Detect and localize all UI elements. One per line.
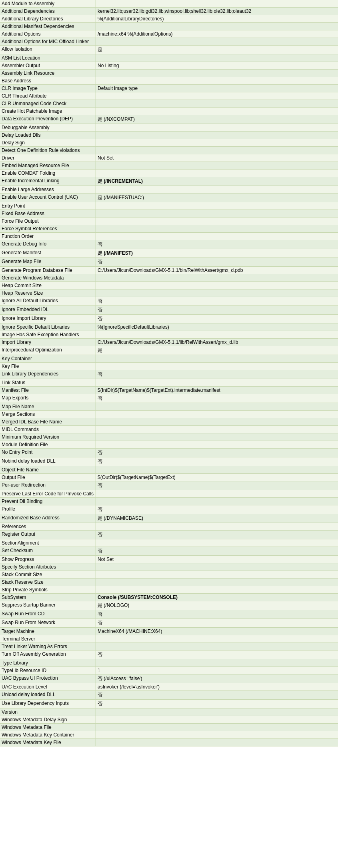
table-row[interactable]: Output File$(OutDir)$(TargetName)$(Targe… xyxy=(0,474,338,481)
table-row[interactable]: Additional Dependencieskernel32.lib;user… xyxy=(0,8,338,15)
table-row[interactable]: SubSystemConsole (/SUBSYSTEM:CONSOLE) xyxy=(0,594,338,601)
table-row[interactable]: Link Library Dependencies否 xyxy=(0,370,338,379)
table-row[interactable]: Generate Manifest是 (/MANIFEST) xyxy=(0,249,338,258)
table-row[interactable]: Heap Reserve Size xyxy=(0,289,338,297)
property-name: UAC Bypass UI Protection xyxy=(0,674,96,683)
table-row[interactable]: Minimum Required Version xyxy=(0,433,338,441)
table-row[interactable]: Force Symbol References xyxy=(0,225,338,233)
table-row[interactable]: Prevent Dll Binding xyxy=(0,498,338,505)
table-row[interactable]: Embed Managed Resource File xyxy=(0,162,338,170)
table-row[interactable]: Type Library xyxy=(0,659,338,667)
table-row[interactable]: Map File Name xyxy=(0,403,338,411)
table-row[interactable]: Ignore All Default Libraries否 xyxy=(0,297,338,306)
table-row[interactable]: MIDL Commands xyxy=(0,426,338,433)
table-row[interactable]: Link Status xyxy=(0,379,338,387)
table-row[interactable]: Nobind delay loaded DLL否 xyxy=(0,457,338,466)
table-row[interactable]: SectionAlignment xyxy=(0,539,338,547)
table-row[interactable]: Ignore Embedded IDL否 xyxy=(0,306,338,315)
table-row[interactable]: Module Definition File xyxy=(0,441,338,449)
table-row[interactable]: UAC Bypass UI Protection否 (/uiAccess='fa… xyxy=(0,674,338,683)
table-row[interactable]: Fixed Base Address xyxy=(0,210,338,217)
table-row[interactable]: Unload delay loaded DLL否 xyxy=(0,691,338,700)
table-row[interactable]: Manifest File$(IntDir)$(TargetName)$(Tar… xyxy=(0,387,338,394)
table-row[interactable]: Treat Linker Warning As Errors xyxy=(0,643,338,651)
table-row[interactable]: Base Address xyxy=(0,77,338,85)
table-row[interactable]: Strip Private Symbols xyxy=(0,586,338,594)
table-row[interactable]: Swap Run From Network否 xyxy=(0,619,338,628)
table-row[interactable]: Add Module to Assembly xyxy=(0,0,338,8)
table-row[interactable]: Show ProgressNot Set xyxy=(0,556,338,563)
table-row[interactable]: Interprocedural Optimization是 xyxy=(0,346,338,355)
table-row[interactable]: Entry Point xyxy=(0,202,338,210)
table-row[interactable]: Register Output否 xyxy=(0,531,338,539)
table-row[interactable]: Assembly Link Resource xyxy=(0,70,338,77)
table-row[interactable]: Generate Windows Metadata xyxy=(0,274,338,282)
table-row[interactable]: Enable Incremental Linking是 (/INCREMENTA… xyxy=(0,177,338,186)
table-row[interactable]: Allow Isolation是 xyxy=(0,46,338,54)
table-row[interactable]: UAC Execution LevelasInvoker (/level='as… xyxy=(0,683,338,691)
property-value xyxy=(96,379,338,386)
table-row[interactable]: Image Has Safe Exception Handlers xyxy=(0,331,338,339)
table-row[interactable]: Stack Commit Size xyxy=(0,571,338,579)
table-row[interactable]: Key Container xyxy=(0,355,338,363)
table-row[interactable]: Delay Loaded Dlls xyxy=(0,132,338,139)
table-row[interactable]: Function Order xyxy=(0,233,338,240)
table-row[interactable]: Set Checksum否 xyxy=(0,547,338,556)
table-row[interactable]: Create Hot Patchable Image xyxy=(0,108,338,115)
table-row[interactable]: Enable COMDAT Folding xyxy=(0,170,338,177)
table-row[interactable]: Assembler OutputNo Listing xyxy=(0,62,338,70)
table-row[interactable]: CLR Unmanaged Code Check xyxy=(0,100,338,108)
table-row[interactable]: Additional Manifest Dependencies xyxy=(0,23,338,30)
property-name: UAC Execution Level xyxy=(0,683,96,690)
table-row[interactable]: Use Library Dependency Inputs否 xyxy=(0,700,338,708)
table-row[interactable]: Ignore Import Library否 xyxy=(0,315,338,323)
property-value xyxy=(96,724,338,731)
table-row[interactable]: TypeLib Resource ID1 xyxy=(0,667,338,674)
table-row[interactable]: Merged IDL Base File Name xyxy=(0,418,338,426)
table-row[interactable]: Turn Off Assembly Generation否 xyxy=(0,651,338,659)
table-row[interactable]: Additional Options/machine:x64 %(Additio… xyxy=(0,30,338,38)
table-row[interactable]: Specify Section Attributes xyxy=(0,563,338,571)
table-row[interactable]: Additional Library Directories%(Addition… xyxy=(0,15,338,23)
table-row[interactable]: Import LibraryC:/Users/Jicun/Downloads/G… xyxy=(0,339,338,346)
table-row[interactable]: Version xyxy=(0,708,338,716)
table-row[interactable]: Per-user Redirection否 xyxy=(0,481,338,490)
table-row[interactable]: Heap Commit Size xyxy=(0,282,338,289)
table-row[interactable]: Object File Name xyxy=(0,466,338,474)
table-row[interactable]: Map Exports否 xyxy=(0,394,338,403)
table-row[interactable]: ASM List Location xyxy=(0,54,338,62)
table-row[interactable]: Target MachineMachineX64 (/MACHINE:X64) xyxy=(0,628,338,635)
table-row[interactable]: Data Execution Prevention (DEP)是 (/NXCOM… xyxy=(0,115,338,124)
table-row[interactable]: CLR Thread Attribute xyxy=(0,92,338,100)
table-row[interactable]: DriverNot Set xyxy=(0,154,338,162)
table-row[interactable]: Preserve Last Error Code for PInvoke Cal… xyxy=(0,490,338,498)
table-row[interactable]: CLR Image TypeDefault image type xyxy=(0,85,338,92)
table-row[interactable]: Suppress Startup Banner是 (/NOLOGO) xyxy=(0,601,338,610)
table-row[interactable]: Windows Metadata Delay Sign xyxy=(0,716,338,724)
table-row[interactable]: No Entry Point否 xyxy=(0,449,338,457)
table-row[interactable]: Generate Map File否 xyxy=(0,258,338,267)
table-row[interactable]: Generate Debug Info否 xyxy=(0,240,338,249)
table-row[interactable]: Profile否 xyxy=(0,505,338,514)
table-row[interactable]: Delay Sign xyxy=(0,139,338,147)
table-row[interactable]: Terminal Server xyxy=(0,635,338,643)
property-value: Not Set xyxy=(96,154,338,162)
table-row[interactable]: Debuggable Assembly xyxy=(0,124,338,132)
table-row[interactable]: Enable User Account Control (UAC)是 (/MAN… xyxy=(0,194,338,202)
table-row[interactable]: Detect One Definition Rule violations xyxy=(0,147,338,154)
table-row[interactable]: Swap Run From CD否 xyxy=(0,610,338,619)
table-row[interactable]: Force File Output xyxy=(0,217,338,225)
table-row[interactable]: Randomized Base Address是 (/DYNAMICBASE) xyxy=(0,514,338,523)
table-row[interactable]: Windows Metadata File xyxy=(0,724,338,731)
table-row[interactable]: Ignore Specific Default Libraries%(Ignor… xyxy=(0,323,338,331)
table-row[interactable]: Windows Metadata Key Container xyxy=(0,731,338,739)
table-row[interactable]: Windows Metadata Key File xyxy=(0,739,338,746)
table-row[interactable]: Generate Program Database FileC:/Users/J… xyxy=(0,267,338,274)
table-row[interactable]: Merge Sections xyxy=(0,411,338,418)
table-row[interactable]: Enable Large Addresses xyxy=(0,186,338,194)
table-row[interactable]: Key File xyxy=(0,363,338,370)
property-value xyxy=(96,411,338,418)
table-row[interactable]: Stack Reserve Size xyxy=(0,579,338,586)
table-row[interactable]: References xyxy=(0,523,338,531)
table-row[interactable]: Additional Options for MIC Offload Linke… xyxy=(0,38,338,46)
